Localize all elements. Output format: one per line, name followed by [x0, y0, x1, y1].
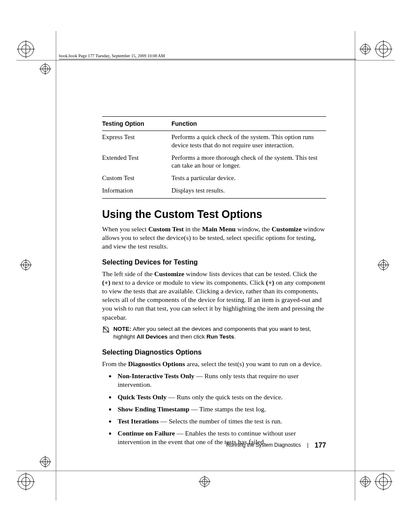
registration-mark-icon — [359, 476, 371, 488]
item-desc: — Runs only the quick tests on the devic… — [167, 393, 283, 401]
text: The left side of the — [102, 270, 154, 277]
list-item: Show Ending Timestamp — Time stamps the … — [116, 405, 326, 414]
page-number: 177 — [314, 442, 326, 449]
text: area, select the test(s) you want to run… — [185, 360, 322, 367]
footer-section: Running the System Diagnostics — [226, 442, 301, 448]
sec1-paragraph: The left side of the Customize window li… — [102, 270, 326, 322]
note-icon — [102, 326, 110, 333]
registration-mark-icon — [199, 476, 211, 488]
registration-mark-icon — [374, 40, 392, 58]
cell-option: Express Test — [102, 131, 171, 152]
registration-mark-icon — [359, 43, 371, 55]
header-rule — [59, 59, 356, 59]
registration-mark-icon — [39, 63, 51, 75]
cell-function: Tests a particular device. — [171, 172, 326, 184]
item-title: Test Iterations — [118, 417, 159, 425]
heading-1: Using the Custom Test Options — [102, 208, 326, 221]
item-title: Continue on Failure — [118, 429, 175, 437]
cell-function: Displays test results. — [171, 184, 326, 198]
registration-mark-icon — [17, 40, 35, 58]
list-item: Test Iterations — Selects the number of … — [116, 417, 326, 426]
note-text: NOTE: After you select all the devices a… — [113, 325, 326, 341]
intro-paragraph: When you select Custom Test in the Main … — [102, 225, 326, 251]
table-row: Custom Test Tests a particular device. — [102, 172, 326, 184]
cell-option: Extended Test — [102, 152, 171, 172]
text-bold: (+) — [102, 279, 110, 286]
item-desc: — Selects the number of times the test i… — [159, 417, 282, 425]
text-bold: Run Tests — [206, 333, 234, 340]
text: in the — [184, 225, 202, 233]
sec2-paragraph: From the Diagnostics Options area, selec… — [102, 360, 326, 368]
registration-mark-icon — [20, 259, 32, 271]
text: window lists devices that can be tested.… — [184, 270, 317, 277]
text-bold: Customize — [271, 225, 302, 233]
text: From the — [102, 360, 128, 367]
page-content: Testing Option Function Express Test Per… — [102, 116, 326, 450]
th-function: Function — [171, 117, 326, 131]
table-row: Information Displays test results. — [102, 184, 326, 198]
cell-option: Information — [102, 184, 171, 198]
registration-mark-icon — [377, 259, 389, 271]
diagnostic-options-list: Non-Interactive Tests Only — Runs only t… — [102, 372, 326, 446]
cell-option: Custom Test — [102, 172, 171, 184]
registration-mark-icon — [374, 473, 392, 491]
running-head: book.book Page 177 Tuesday, September 15… — [59, 53, 165, 58]
text: window, the — [236, 225, 271, 233]
cell-function: Performs a quick check of the system. Th… — [171, 131, 326, 152]
table-row: Extended Test Performs a more thorough c… — [102, 152, 326, 172]
testing-options-table: Testing Option Function Express Test Per… — [102, 116, 326, 199]
text: When you select — [102, 225, 148, 233]
note-block: NOTE: After you select all the devices a… — [102, 325, 326, 341]
text-bold: Main Menu — [202, 225, 236, 233]
text-bold: All Devices — [137, 333, 168, 340]
text: next to a device or module to view its c… — [110, 279, 266, 286]
registration-mark-icon — [39, 456, 51, 468]
text-bold: Custom Test — [148, 225, 184, 233]
item-desc: — Time stamps the test log. — [190, 405, 266, 413]
table-row: Express Test Performs a quick check of t… — [102, 131, 326, 152]
page-footer: Running the System Diagnostics 177 — [102, 442, 326, 449]
footer-separator — [308, 443, 308, 448]
item-title: Quick Tests Only — [118, 393, 167, 401]
heading-2: Selecting Diagnostics Options — [102, 348, 326, 356]
text-bold: Customize — [154, 270, 184, 277]
item-title: Show Ending Timestamp — [118, 405, 190, 413]
item-title: Non-Interactive Tests Only — [118, 372, 194, 380]
text: and then click — [168, 333, 206, 340]
text-bold: (+) — [266, 279, 274, 286]
list-item: Non-Interactive Tests Only — Runs only t… — [116, 372, 326, 389]
cell-function: Performs a more thorough check of the sy… — [171, 152, 326, 172]
text: . — [234, 333, 236, 340]
heading-2: Selecting Devices for Testing — [102, 258, 326, 266]
th-option: Testing Option — [102, 117, 171, 131]
note-label: NOTE: — [113, 326, 131, 332]
list-item: Quick Tests Only — Runs only the quick t… — [116, 393, 326, 401]
registration-mark-icon — [17, 473, 35, 491]
text-bold: Diagnostics Options — [128, 360, 185, 367]
